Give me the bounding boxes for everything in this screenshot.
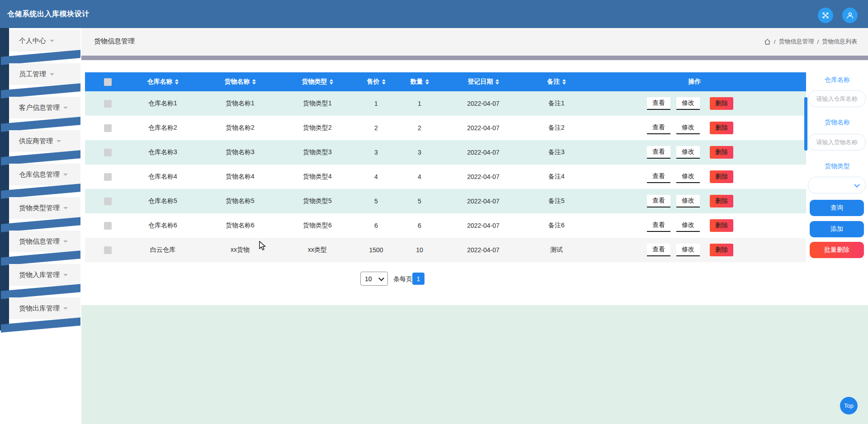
edit-button[interactable]: 修改: [676, 97, 700, 110]
row-checkbox[interactable]: [104, 124, 112, 132]
col-header-price[interactable]: 售价: [350, 72, 402, 91]
sidebar-separator: [1, 317, 80, 332]
delete-button[interactable]: 删除: [710, 219, 733, 232]
sidebar-item-1[interactable]: 员工管理: [9, 63, 80, 85]
col-header-warehouse[interactable]: 仓库名称: [130, 72, 195, 91]
select-all-checkbox[interactable]: [104, 78, 112, 86]
cell-select: [85, 116, 130, 140]
sidebar-item-2[interactable]: 客户信息管理: [9, 97, 80, 118]
row-checkbox[interactable]: [104, 198, 112, 205]
view-button[interactable]: 查看: [647, 97, 670, 110]
edit-button[interactable]: 修改: [676, 170, 700, 183]
cell-price: 1500: [350, 238, 402, 262]
chevron-down-icon: [50, 73, 54, 75]
add-button[interactable]: 添加: [810, 221, 864, 237]
cell-select: [85, 189, 130, 213]
cell-goods-type: xx类型: [285, 238, 350, 262]
cell-price: 6: [350, 213, 402, 238]
horizontal-scrollbar[interactable]: [81, 56, 868, 60]
edit-button[interactable]: 修改: [676, 244, 700, 256]
row-checkbox[interactable]: [104, 149, 112, 156]
edit-button[interactable]: 修改: [676, 219, 700, 232]
fullscreen-button[interactable]: [818, 8, 833, 23]
sort-icon: [175, 79, 179, 85]
sidebar-item-6[interactable]: 货物信息管理: [9, 231, 80, 252]
sidebar-item-label: 货物信息管理: [19, 237, 60, 246]
row-checkbox[interactable]: [104, 222, 112, 230]
view-button[interactable]: 查看: [647, 244, 670, 256]
delete-button[interactable]: 删除: [710, 170, 733, 183]
sidebar-item-label: 仓库信息管理: [19, 170, 60, 179]
cell-price: 4: [350, 165, 402, 189]
col-header-label: 售价: [367, 78, 380, 86]
page-1-button[interactable]: 1: [412, 273, 425, 285]
delete-button[interactable]: 删除: [710, 122, 733, 134]
batch-delete-button[interactable]: 批量删除: [810, 242, 864, 258]
goods-type-select[interactable]: [808, 177, 866, 193]
edit-button[interactable]: 修改: [676, 122, 700, 134]
delete-button[interactable]: 删除: [710, 146, 733, 159]
query-button[interactable]: 查询: [810, 200, 864, 216]
sidebar-item-8[interactable]: 货物出库管理: [9, 297, 80, 319]
user-profile-button[interactable]: [842, 8, 858, 23]
delete-button[interactable]: 删除: [710, 97, 733, 110]
col-header-note[interactable]: 备注: [530, 72, 583, 91]
page-size-select[interactable]: 10: [360, 272, 388, 286]
table-row: 仓库名称4货物名称4货物类型4442022-04-07备注4查看修改删除: [85, 165, 806, 189]
sort-icon: [562, 79, 566, 85]
cell-goods-name: 货物名称4: [195, 165, 285, 189]
cell-note: 备注4: [530, 165, 583, 189]
cell-warehouse: 仓库名称5: [130, 189, 195, 213]
sidebar: 个人中心员工管理客户信息管理供应商管理仓库信息管理货物类型管理货物信息管理货物入…: [0, 28, 81, 424]
row-checkbox[interactable]: [104, 246, 112, 254]
vertical-scrollbar[interactable]: [804, 97, 807, 151]
breadcrumb-item-parent[interactable]: 货物信息管理: [778, 38, 814, 46]
col-header-actions: 操作: [583, 72, 806, 91]
fullscreen-icon: [821, 11, 830, 19]
goods-name-input[interactable]: [808, 134, 866, 151]
home-icon[interactable]: [764, 38, 771, 45]
sidebar-item-7[interactable]: 货物入库管理: [9, 264, 80, 286]
view-button[interactable]: 查看: [647, 170, 670, 183]
row-checkbox[interactable]: [104, 173, 112, 181]
chevron-down-icon: [63, 174, 68, 176]
sidebar-item-3[interactable]: 供应商管理: [9, 130, 80, 152]
cell-select: [85, 213, 130, 238]
cell-goods-type: 货物类型3: [285, 140, 350, 165]
view-button[interactable]: 查看: [647, 219, 670, 232]
cell-warehouse: 仓库名称4: [130, 165, 195, 189]
sidebar-item-4[interactable]: 仓库信息管理: [9, 164, 80, 185]
search-panel: 仓库名称 货物名称 货物类型 查询 添加 批量删除: [807, 72, 867, 262]
sidebar-item-label: 供应商管理: [19, 137, 53, 146]
delete-button[interactable]: 删除: [710, 244, 733, 256]
cell-actions: 查看修改删除: [583, 116, 806, 140]
col-header-date[interactable]: 登记日期: [437, 72, 530, 91]
cell-date: 2022-04-07: [437, 165, 530, 189]
col-header-quantity[interactable]: 数量: [402, 72, 437, 91]
sidebar-item-label: 个人中心: [19, 37, 46, 45]
cell-select: [85, 165, 130, 189]
cell-quantity: 2: [402, 116, 437, 140]
edit-button[interactable]: 修改: [676, 146, 700, 159]
sidebar-item-0[interactable]: 个人中心: [9, 30, 80, 52]
sidebar-separator: [1, 150, 80, 165]
cell-goods-name: 货物名称2: [195, 116, 285, 140]
col-header-goods-name[interactable]: 货物名称: [195, 72, 285, 91]
warehouse-name-input[interactable]: [808, 90, 866, 107]
view-button[interactable]: 查看: [647, 146, 670, 159]
edit-button[interactable]: 修改: [676, 195, 700, 207]
view-button[interactable]: 查看: [647, 122, 670, 134]
sidebar-item-5[interactable]: 货物类型管理: [9, 197, 80, 219]
col-header-goods-type[interactable]: 货物类型: [285, 72, 350, 91]
breadcrumb-separator: /: [774, 38, 776, 45]
view-button[interactable]: 查看: [647, 195, 670, 207]
sidebar-accent-strip: [0, 28, 9, 330]
sidebar-item-label: 货物入库管理: [19, 271, 60, 279]
cell-date: 2022-04-07: [437, 213, 530, 238]
row-checkbox[interactable]: [104, 100, 112, 108]
cell-actions: 查看修改删除: [583, 165, 806, 189]
delete-button[interactable]: 删除: [710, 195, 733, 207]
col-header-label: 登记日期: [468, 78, 493, 86]
cell-price: 2: [350, 116, 402, 140]
back-to-top-button[interactable]: Top: [840, 397, 858, 415]
